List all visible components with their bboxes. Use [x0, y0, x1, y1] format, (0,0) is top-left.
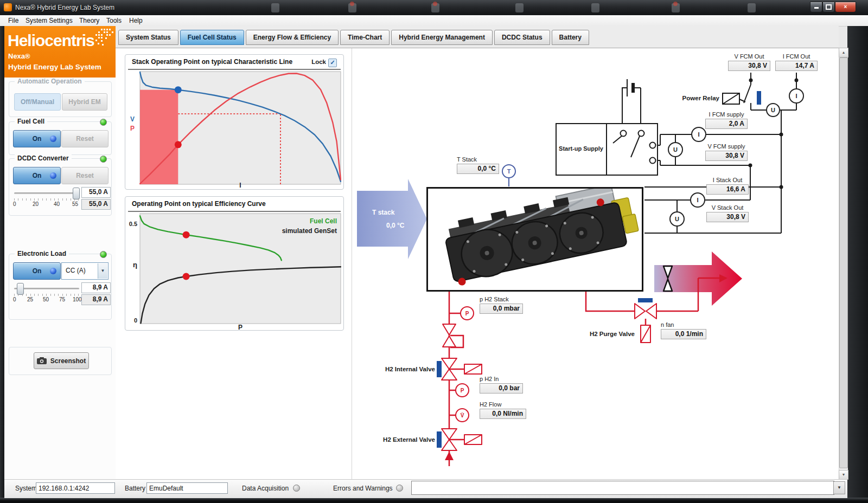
title-rule [128, 211, 341, 212]
tick-label: 50 [43, 296, 49, 302]
load-setpoint-field[interactable]: 8,9 A [81, 282, 111, 293]
load-slider-track[interactable] [14, 288, 79, 289]
dcdc-setpoint-field[interactable]: 55,0 A [81, 187, 111, 198]
window-frame-left [0, 26, 4, 498]
fuel-cell-led [100, 119, 107, 126]
readout-i-stack-out: I Stack Out 16,6 A [706, 177, 749, 195]
fuel-cell-stack-box [426, 187, 643, 292]
y-tick-0: 0 [126, 317, 137, 324]
dcdc-slider-ticks [14, 198, 80, 201]
x-axis-label: P [139, 324, 341, 331]
chart-title: Operating Point on typical Efficiency Cu… [132, 200, 266, 208]
t-stack-arrow-label: T stack [372, 209, 395, 216]
hybrid-em-button[interactable]: Hybrid EM [62, 93, 107, 111]
group-title: Electronic Load [15, 250, 69, 257]
power-relay-icon [723, 91, 761, 105]
readout-v-fcm-out: V FCM Out 30,8 V [728, 53, 770, 71]
dcdc-slider-thumb[interactable] [73, 188, 80, 199]
readout-t-stack: T Stack 0,0 °C [457, 156, 499, 174]
legend-simulated-genset: simulated GenSet [250, 227, 337, 235]
chevron-down-icon[interactable]: ▼ [98, 263, 107, 279]
dcdc-reset-button[interactable]: Reset [61, 167, 108, 184]
battery-profile-field[interactable] [146, 482, 228, 494]
load-mode-dropdown[interactable]: CC (A) ▼ [61, 262, 108, 280]
flow-sensor-icon: V̇ [461, 412, 464, 418]
window-title: Nexa® Hybrid Energy Lab System [15, 4, 114, 11]
toggle-indicator-icon [50, 268, 56, 274]
title-bar: Nexa® Hybrid Energy Lab System × [0, 0, 868, 15]
titlebar-ghost-icon [271, 3, 279, 12]
tick-label: 40 [54, 201, 60, 207]
h2-internal-valve-label: H2 Internal Valve [377, 366, 435, 372]
internal-valve-indicator [437, 361, 442, 377]
dcdc-slider-track[interactable] [14, 192, 79, 194]
toggle-label: On [33, 267, 42, 275]
voltmeter-icon: U [771, 107, 775, 113]
fuel-cell-reset-button[interactable]: Reset [61, 130, 108, 147]
fuel-cell-on-toggle[interactable]: On [13, 130, 61, 147]
message-dropdown-button[interactable]: ▼ [833, 481, 845, 494]
scroll-down-button[interactable]: ▼ [839, 470, 848, 480]
tab-fuel-cell-status[interactable]: Fuel Cell Status [180, 30, 244, 45]
chart-title: Stack Operating Point on typical Charact… [132, 58, 292, 66]
scrollbar-thumb[interactable] [839, 57, 848, 468]
y-axis-label-p: P [130, 125, 135, 132]
logo-product: Nexa® [8, 52, 30, 60]
tab-time-chart[interactable]: Time-Chart [340, 30, 390, 45]
minimize-button[interactable] [810, 2, 822, 12]
readout-h2-flow: H2 Flow 0,0 Nl/min [480, 401, 526, 419]
battery-plate [631, 83, 635, 93]
tick-label: 0 [13, 296, 16, 302]
data-acquisition-label: Data Acquisition [242, 485, 289, 492]
tab-energy-flow-efficiency[interactable]: Energy Flow & Efficiency [246, 30, 339, 45]
tab-system-status[interactable]: System Status [118, 30, 178, 45]
tab-hybrid-energy-management[interactable]: Hybrid Energy Management [391, 30, 493, 45]
menu-file[interactable]: File [8, 17, 18, 24]
readout-v-stack-out: V Stack Out 30,8 V [706, 204, 749, 222]
tick-label: 100 [73, 296, 82, 302]
system-address-field[interactable] [36, 482, 115, 494]
off-manual-button[interactable]: Off/Manual [14, 93, 61, 111]
maximize-icon [826, 4, 832, 10]
y-tick-0-5: 0.5 [126, 221, 137, 227]
group-title: Fuel Cell [15, 118, 47, 125]
load-slider-thumb[interactable] [17, 283, 24, 295]
system-label: System [15, 485, 37, 492]
menu-tools[interactable]: Tools [106, 17, 122, 24]
readout-i-fcm-out: I FCM Out 14,7 A [775, 53, 818, 71]
dcdc-on-toggle[interactable]: On [13, 167, 61, 184]
tick-label: 20 [33, 201, 39, 207]
lock-label: Lock [311, 59, 326, 65]
lock-checkbox[interactable]: ✓ [328, 59, 337, 67]
message-combo-box[interactable] [411, 481, 834, 495]
purge-valve-indicator [638, 298, 653, 302]
data-acquisition-led [293, 485, 300, 492]
tab-battery[interactable]: Battery [552, 30, 589, 45]
pressure-sensor-icon: P [461, 388, 464, 394]
tick-label: 0 [13, 201, 16, 207]
scroll-up-button[interactable]: ▲ [839, 48, 848, 57]
maximize-button[interactable] [822, 2, 835, 12]
menu-system-settings[interactable]: System Settings [25, 17, 73, 24]
tab-dcdc-status[interactable]: DCDC Status [494, 30, 550, 45]
characteristic-line-panel: Stack Operating Point on typical Charact… [125, 54, 344, 190]
load-on-toggle[interactable]: On [13, 262, 61, 280]
dropdown-value: CC (A) [66, 267, 86, 274]
electronic-load-led [100, 251, 107, 258]
toggle-indicator-icon [50, 172, 56, 179]
startup-supply-label: Start-up Supply [557, 145, 605, 152]
y-axis-label-v: V [130, 115, 135, 123]
toggle-indicator-icon [50, 136, 56, 142]
screenshot-button[interactable]: Screenshot [34, 352, 89, 369]
pressure-sensor-icon: P [465, 311, 469, 317]
window-frame-bottom [0, 498, 868, 503]
titlebar-ghost-icon [348, 3, 356, 12]
h2-purge-valve-label: H2 Purge Valve [574, 331, 635, 337]
menu-theory[interactable]: Theory [79, 17, 99, 24]
close-button[interactable]: × [835, 2, 856, 12]
menu-help[interactable]: Help [129, 17, 143, 24]
external-valve-indicator [437, 431, 442, 448]
battery-label: Battery [125, 485, 145, 492]
svg-text:T: T [507, 168, 511, 175]
group-title: DCDC Converter [15, 154, 72, 162]
